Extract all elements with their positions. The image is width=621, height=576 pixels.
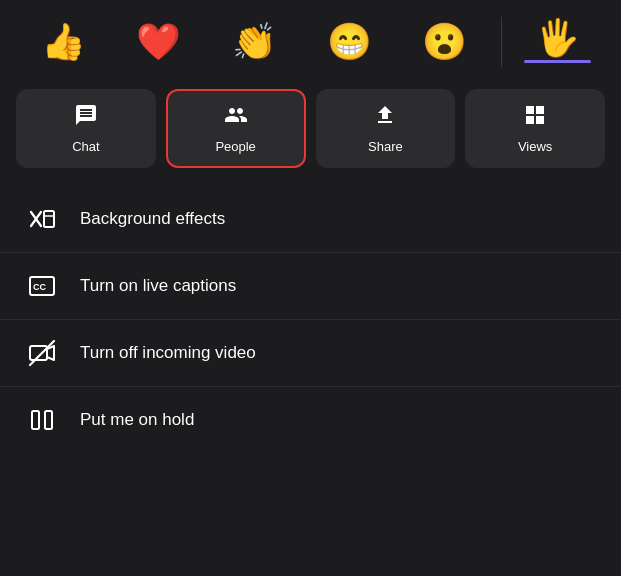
background-effects-icon [24, 204, 60, 234]
wave-icon: 🖐️ [535, 20, 580, 56]
people-icon [224, 103, 248, 133]
wave-emoji[interactable]: 🖐️ [514, 14, 601, 69]
chat-icon-svg [74, 103, 98, 127]
tab-share-label: Share [368, 139, 403, 154]
svg-line-7 [30, 341, 54, 365]
views-icon [523, 103, 547, 133]
heart-icon: ❤️ [136, 24, 181, 60]
live-captions-text: Turn on live captions [80, 276, 236, 296]
grin-emoji[interactable]: 😁 [306, 18, 393, 66]
tab-chat-label: Chat [72, 139, 99, 154]
heart-emoji[interactable]: ❤️ [115, 18, 202, 66]
thumbs-up-emoji[interactable]: 👍 [20, 18, 107, 66]
tab-views-label: Views [518, 139, 552, 154]
incoming-video-text: Turn off incoming video [80, 343, 256, 363]
clap-icon: 👏 [232, 24, 277, 60]
share-icon-svg [373, 103, 397, 127]
background-effects-text: Background effects [80, 209, 225, 229]
emoji-divider [501, 17, 502, 67]
live-captions-icon: CC [24, 271, 60, 301]
svg-rect-9 [45, 411, 52, 429]
grin-icon: 😁 [327, 24, 372, 60]
hold-text: Put me on hold [80, 410, 194, 430]
tab-share[interactable]: Share [316, 89, 456, 168]
tab-people-label: People [215, 139, 255, 154]
chat-icon [74, 103, 98, 133]
surprised-icon: 😮 [422, 24, 467, 60]
hold-icon [24, 405, 60, 435]
tab-people[interactable]: People [166, 89, 306, 168]
tab-views[interactable]: Views [465, 89, 605, 168]
menu-list: Background effects CC Turn on live capti… [0, 186, 621, 453]
svg-rect-2 [44, 211, 54, 227]
emoji-bar: 👍 ❤️ 👏 😁 😮 🖐️ [0, 0, 621, 79]
menu-item-incoming-video[interactable]: Turn off incoming video [0, 320, 621, 387]
surprised-emoji[interactable]: 😮 [401, 18, 488, 66]
menu-item-background-effects[interactable]: Background effects [0, 186, 621, 253]
svg-rect-8 [32, 411, 39, 429]
views-icon-svg [523, 103, 547, 127]
people-icon-svg [224, 103, 248, 127]
incoming-video-icon [24, 338, 60, 368]
tab-chat[interactable]: Chat [16, 89, 156, 168]
svg-text:CC: CC [33, 282, 46, 292]
menu-item-hold[interactable]: Put me on hold [0, 387, 621, 453]
tab-bar: Chat People Share Views [0, 79, 621, 178]
clap-emoji[interactable]: 👏 [211, 18, 298, 66]
thumbs-up-icon: 👍 [41, 24, 86, 60]
share-icon [373, 103, 397, 133]
menu-item-live-captions[interactable]: CC Turn on live captions [0, 253, 621, 320]
